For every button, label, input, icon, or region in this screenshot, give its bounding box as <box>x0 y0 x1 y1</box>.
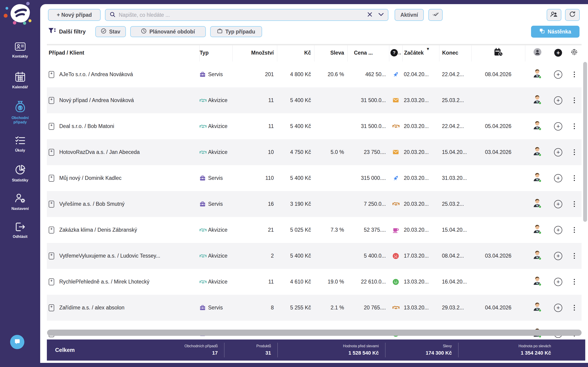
sidebar-item-odhlasit[interactable]: Odhlásit <box>0 222 40 239</box>
header-price[interactable]: Cena ... <box>347 44 389 61</box>
add-product-button[interactable]: + <box>554 252 562 260</box>
add-product-button[interactable]: + <box>554 200 562 208</box>
case-type-label: Akvizice <box>208 279 227 285</box>
add-product-button[interactable]: + <box>554 278 562 286</box>
expand-row-button[interactable]: + <box>49 149 54 156</box>
header-start[interactable]: Začátek ▼ <box>402 44 439 61</box>
end-date-cell: 25.03.2... <box>439 201 471 207</box>
start-date-cell: 13.03.20... <box>402 279 439 285</box>
header-quantity[interactable]: Množství <box>233 44 277 61</box>
active-status-filter[interactable]: Aktivní <box>395 9 424 21</box>
expand-row-button[interactable]: + <box>49 97 54 104</box>
chevron-down-icon[interactable] <box>378 13 384 17</box>
row-menu-button[interactable] <box>567 98 582 103</box>
table-row[interactable]: + Nový případ / Andrea Nováková Akvizice… <box>47 87 582 113</box>
header-planned-date[interactable] <box>471 44 525 61</box>
case-client-name: RychlePřehledně a.s. / Mirek Lhotecký <box>59 279 199 285</box>
status-filter-button[interactable]: Stav <box>95 26 126 37</box>
add-product-button[interactable]: + <box>554 226 562 234</box>
sidebar-item-statistiky[interactable]: Statistiky <box>0 164 40 182</box>
header-owner[interactable] <box>525 44 549 61</box>
owner-avatar <box>532 224 543 236</box>
start-date-cell: 23.03.20... <box>402 97 439 103</box>
add-product-button[interactable]: + <box>554 174 562 182</box>
planned-date-cell: 03.04.2026 <box>471 149 525 155</box>
quantity-cell: 201 <box>233 71 277 77</box>
row-menu-button[interactable] <box>567 72 582 77</box>
header-add-column-button[interactable]: + <box>549 44 567 61</box>
double-check-button[interactable] <box>428 9 443 21</box>
vertical-scrollbar[interactable] <box>583 62 587 222</box>
briefcase-type-icon <box>199 71 206 78</box>
row-menu-button[interactable] <box>567 123 582 129</box>
add-product-button[interactable]: + <box>554 148 562 156</box>
table-row[interactable]: + Můj nový / Dominik Kadlec Servis 110 5… <box>47 165 582 191</box>
table-row[interactable]: + AJeTo s.r.o. / Andrea Nováková Servis … <box>47 61 582 87</box>
horizontal-scrollbar[interactable] <box>47 330 582 336</box>
header-end[interactable]: Konec <box>439 44 471 61</box>
dashboard-button[interactable]: Nástěnka <box>531 26 579 38</box>
table-row[interactable]: + Zařídíme a.s. / alex absolon Servis 8 … <box>47 295 582 321</box>
table-row[interactable]: + RychlePřehledně a.s. / Mirek Lhotecký … <box>47 269 582 295</box>
unit-price-cell: 5 255 Kč <box>277 305 314 311</box>
row-menu-button[interactable] <box>567 305 582 311</box>
row-menu-button[interactable] <box>567 149 582 155</box>
header-discount[interactable]: Sleva <box>314 44 347 61</box>
person-circle-icon <box>533 48 542 58</box>
header-status[interactable]: ? .. <box>389 44 402 61</box>
row-menu-button[interactable] <box>567 175 582 181</box>
add-product-button[interactable]: + <box>554 70 562 79</box>
refresh-button[interactable] <box>565 9 580 21</box>
chat-button[interactable] <box>10 335 24 349</box>
expand-row-button[interactable]: + <box>49 123 54 130</box>
row-menu-button[interactable] <box>567 279 582 285</box>
contact-card-icon <box>15 42 26 52</box>
sort-desc-icon: ▼ <box>426 47 430 51</box>
expand-row-button[interactable]: + <box>49 252 54 259</box>
expand-row-button[interactable]: + <box>49 227 54 234</box>
expand-row-button[interactable]: + <box>49 201 54 208</box>
expand-row-button[interactable]: + <box>49 304 54 311</box>
row-menu-button[interactable] <box>567 227 582 233</box>
table-row[interactable]: + Vyřešíme a.s. / Bob Smutný Servis 16 3… <box>47 191 582 217</box>
planned-period-filter-button[interactable]: Plánované období <box>130 26 206 37</box>
add-product-button[interactable]: + <box>554 304 562 312</box>
header-case-client[interactable]: Případ / Klient <box>47 44 199 61</box>
handshake-status-icon <box>392 304 399 311</box>
row-menu-button[interactable] <box>567 201 582 207</box>
table-row[interactable]: + HotovoRazDva a.s. / Jan Abeceda Akvizi… <box>47 139 582 165</box>
header-type[interactable]: Typ <box>199 44 233 61</box>
expand-row-button[interactable]: + <box>49 71 54 78</box>
unit-price-cell: 5 400 Kč <box>277 253 314 259</box>
expand-row-button[interactable]: + <box>49 278 54 285</box>
more-filters-button[interactable]: Další filtry <box>48 26 86 37</box>
quantity-cell: 21 <box>233 227 277 233</box>
header-currency[interactable]: Kč <box>277 44 314 61</box>
table-row[interactable]: + VytřemeVyluxujeme a.s. / Ludovic Tesse… <box>47 243 582 269</box>
case-client-name: Nový případ / Andrea Nováková <box>59 97 199 103</box>
search-input[interactable] <box>119 12 364 18</box>
sidebar-item-kalendar[interactable]: Kalendář <box>0 72 40 89</box>
unit-price-cell: 5 400 Kč <box>277 175 314 181</box>
table-row[interactable]: + Zakázka klima / Denis Zábranský Akvizi… <box>47 217 582 243</box>
case-type-filter-button[interactable]: Typ případu <box>210 26 262 37</box>
table-row[interactable]: + Deal s.r.o. / Bob Matoni Akvizice 11 5… <box>47 113 582 139</box>
add-product-button[interactable]: + <box>554 96 562 105</box>
table-settings-button[interactable] <box>567 44 582 61</box>
price-cell: 23 750.... <box>347 149 389 155</box>
clear-search-icon[interactable] <box>367 12 372 18</box>
sidebar-item-ukoly[interactable]: Úkoly <box>0 136 40 152</box>
unit-price-cell: 4 800 Kč <box>277 71 314 77</box>
new-case-button[interactable]: + Nový případ <box>48 9 101 21</box>
add-product-button[interactable]: + <box>554 122 562 131</box>
sidebar-item-kontakty[interactable]: Kontakty <box>0 42 40 58</box>
expand-row-button[interactable]: + <box>49 175 54 182</box>
planned-date-cell: 04.04.2026 <box>471 305 525 311</box>
sidebar-item-obchodni-pripady[interactable]: Obchodní případy <box>0 100 40 124</box>
sidebar-item-nastaveni[interactable]: Nastavení <box>0 193 40 211</box>
start-date-cell: 20.03.20... <box>402 149 439 155</box>
case-client-name: Deal s.r.o. / Bob Matoni <box>59 123 199 129</box>
discount-cell: 5.0 % <box>314 149 347 155</box>
row-menu-button[interactable] <box>567 253 582 259</box>
users-button[interactable] <box>547 9 561 21</box>
